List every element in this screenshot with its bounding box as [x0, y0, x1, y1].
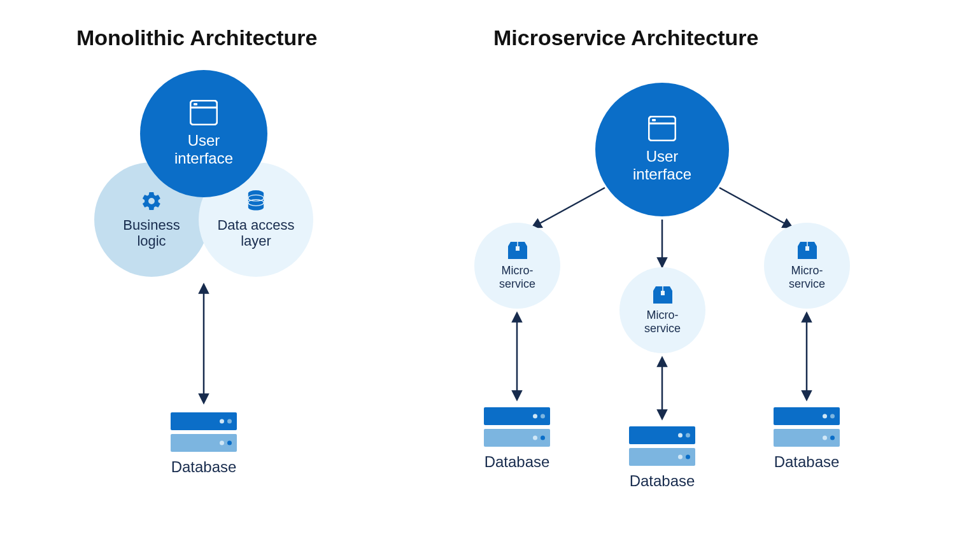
label-microservice-3: Micro-service [789, 264, 825, 290]
arrow-micro1-db [512, 312, 522, 401]
label-database-micro2: Database [629, 472, 695, 490]
database-micro3-icon [774, 407, 840, 451]
label-database-micro1: Database [484, 453, 550, 471]
label-data-access: Data accesslayer [217, 217, 294, 249]
svg-rect-23 [805, 246, 809, 251]
node-microservice-2: Micro-service [619, 267, 705, 353]
arrow-micro3-db [802, 312, 812, 401]
database-mono-icon [171, 412, 237, 456]
window-icon [648, 116, 676, 141]
node-microservice-1: Micro-service [474, 223, 560, 309]
svg-line-12 [719, 188, 793, 228]
label-database-micro3: Database [774, 453, 840, 471]
title-microservice: Microservice Architecture [493, 25, 758, 50]
label-microservice-2: Micro-service [644, 309, 681, 335]
svg-line-10 [532, 188, 605, 228]
window-icon [190, 100, 218, 125]
svg-rect-5 [194, 103, 197, 106]
package-icon [796, 241, 818, 260]
gear-icon [141, 190, 162, 212]
package-icon [652, 286, 674, 305]
label-microservice-1: Micro-service [499, 264, 535, 290]
label-business-logic: Businesslogic [123, 217, 180, 249]
database-micro2-icon [629, 426, 695, 470]
diagram-stage: Monolithic Architecture Microservice Arc… [0, 0, 955, 560]
database-stack-icon [246, 190, 265, 212]
svg-rect-19 [661, 291, 665, 295]
package-icon [507, 241, 528, 260]
label-database-mono: Database [171, 458, 237, 476]
node-microservice-3: Micro-service [764, 223, 850, 309]
node-user-interface-micro: Userinterface [595, 83, 729, 216]
label-ui-micro: Userinterface [633, 148, 691, 183]
node-user-interface-mono: Userinterface [140, 70, 267, 197]
database-micro1-icon [484, 407, 550, 451]
title-monolithic: Monolithic Architecture [76, 25, 317, 50]
arrow-mono-db [199, 283, 209, 404]
label-ui-mono: Userinterface [174, 132, 233, 167]
arrow-micro2-db [657, 356, 667, 420]
svg-rect-9 [652, 119, 656, 122]
svg-rect-15 [516, 246, 520, 251]
